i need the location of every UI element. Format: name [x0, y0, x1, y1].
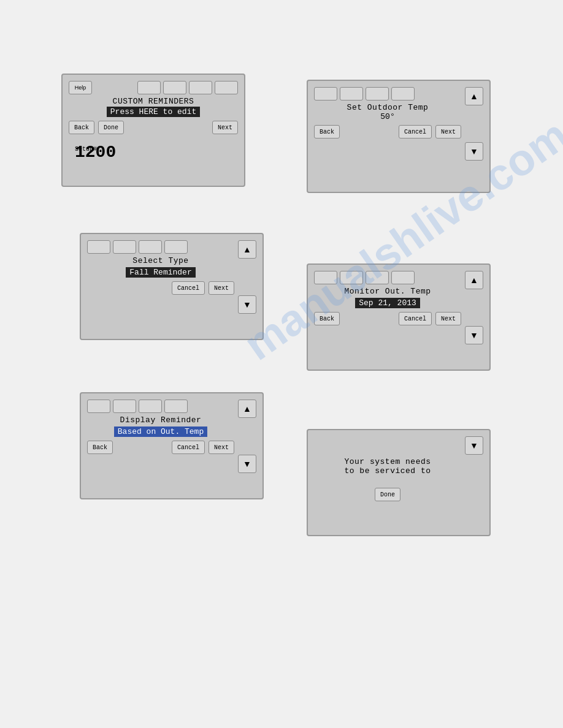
panel4-arrow-up[interactable]: ▲	[465, 271, 483, 289]
panel2-tab3[interactable]	[366, 87, 389, 100]
panel-select-type: Select Type Fall Reminder Cancel Next ▲ …	[80, 233, 264, 340]
panel5-title: Display Reminder	[87, 415, 234, 425]
panel1-subtitle: Press HERE to edit	[107, 107, 200, 117]
panel5-value: Based on Out. Temp	[114, 427, 207, 437]
panel5-arrow-up[interactable]: ▲	[238, 400, 256, 418]
panel6-done-btn[interactable]: Done	[375, 488, 400, 501]
panel5-tab1[interactable]	[87, 400, 110, 413]
panel4-value: Sep 21, 2013	[355, 298, 420, 308]
panel5-next-btn[interactable]: Next	[209, 441, 234, 454]
panel3-arrow-up[interactable]: ▲	[238, 240, 256, 259]
panel4-tab2[interactable]	[340, 271, 363, 284]
panel3-tab1[interactable]	[87, 240, 110, 254]
panel4-cancel-btn[interactable]: Cancel	[399, 312, 432, 325]
panel5-back-btn[interactable]: Back	[87, 441, 113, 454]
panel2-value: 50°	[314, 112, 461, 121]
panel5-tab2[interactable]	[113, 400, 136, 413]
panel6-arrow-down[interactable]: ▼	[465, 436, 483, 455]
panel2-back-btn[interactable]: Back	[314, 125, 340, 138]
panel5-tab4[interactable]	[164, 400, 188, 413]
panel3-value: Fall Reminder	[126, 267, 195, 278]
panel1-tab4[interactable]	[215, 81, 238, 94]
panel4-back-btn[interactable]: Back	[314, 312, 340, 325]
panel6-line1: Your system needs	[314, 457, 461, 466]
panel3-cancel-btn[interactable]: Cancel	[172, 281, 205, 295]
panel3-tab4[interactable]	[164, 240, 188, 254]
panel-monitor-out-temp: Monitor Out. Temp Sep 21, 2013 Back Canc…	[307, 264, 491, 371]
panel1-title: CUSTOM REMINDERS	[69, 97, 238, 106]
panel5-arrow-down[interactable]: ▼	[238, 455, 256, 473]
panel3-arrow-down[interactable]: ▼	[238, 295, 256, 314]
panel1-tab3[interactable]	[189, 81, 212, 94]
panel2-title: Set Outdoor Temp	[314, 103, 461, 112]
panel2-arrow-up[interactable]: ▲	[465, 87, 483, 105]
panel6-line2: to be serviced to	[314, 466, 461, 476]
panel1-back-btn[interactable]: Back	[69, 121, 94, 134]
panel1-next-btn[interactable]: Next	[212, 121, 238, 134]
panel-set-outdoor-temp: Set Outdoor Temp 50° Back Cancel Next ▲ …	[307, 80, 491, 193]
panel1-tab2[interactable]	[163, 81, 186, 94]
panel-display-reminder: Display Reminder Based on Out. Temp Back…	[80, 392, 264, 499]
panel3-next-btn[interactable]: Next	[209, 281, 234, 295]
panel2-cancel-btn[interactable]: Cancel	[399, 125, 432, 138]
panel5-cancel-btn[interactable]: Cancel	[172, 441, 205, 454]
panel4-tab3[interactable]	[366, 271, 389, 284]
panel4-next-btn[interactable]: Next	[435, 312, 461, 325]
panel3-tab2[interactable]	[113, 240, 136, 254]
panel1-setup-num: 1200	[75, 143, 116, 162]
panel3-title: Select Type	[87, 256, 234, 265]
panel2-tab1[interactable]	[314, 87, 337, 100]
panel2-tab2[interactable]	[340, 87, 363, 100]
panel-system-needs: Your system needs to be serviced to Done…	[307, 429, 491, 536]
panel2-tab4[interactable]	[391, 87, 415, 100]
panel2-next-btn[interactable]: Next	[435, 125, 461, 138]
panel1-tab1[interactable]	[137, 81, 161, 94]
panel1-help-btn[interactable]: Help	[69, 81, 92, 94]
panel2-arrow-down[interactable]: ▼	[465, 142, 483, 161]
panel5-tab3[interactable]	[139, 400, 162, 413]
panel3-tab3[interactable]	[139, 240, 162, 254]
panel4-arrow-down[interactable]: ▼	[465, 326, 483, 344]
panel4-tab4[interactable]	[391, 271, 415, 284]
panel-custom-reminders: Help CUSTOM REMINDERS Press HERE to edit…	[61, 74, 245, 187]
panel4-title: Monitor Out. Temp	[314, 287, 461, 296]
panel4-tab1[interactable]	[314, 271, 337, 284]
panel1-done-btn[interactable]: Done	[98, 121, 124, 134]
